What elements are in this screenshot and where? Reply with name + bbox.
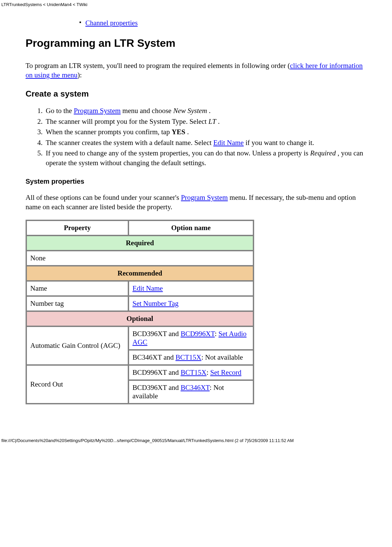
step-text: . (207, 107, 211, 115)
text: : Not available (201, 353, 243, 361)
link-program-system[interactable]: Program System (74, 107, 120, 115)
link-channel-properties[interactable]: Channel properties (85, 19, 138, 27)
cell-option: Set Number Tag (129, 296, 253, 311)
table-header-row: Property Option name (27, 221, 253, 235)
table-row: None (27, 251, 253, 265)
th-option-name: Option name (129, 221, 253, 235)
text: BCD396XT and (132, 330, 181, 338)
link-set-number-tag[interactable]: Set Number Tag (132, 299, 179, 307)
link-edit-name-table[interactable]: Edit Name (132, 284, 163, 292)
toc-sublist: Channel properties (79, 19, 366, 28)
step-text: if you want to change it. (244, 139, 314, 147)
cell-option: BCD996XT and BCT15X: Set Record (129, 365, 253, 380)
text: BCD396XT and (132, 384, 181, 392)
step-5: If you need to change any of the system … (44, 148, 366, 168)
footer-path: file:///C|/Documents%20and%20Settings/PO… (1, 438, 294, 443)
step-2: The scanner will prompt you for the Syst… (44, 117, 366, 126)
cell-property: Number tag (27, 296, 128, 311)
link-bct15x-2[interactable]: BCT15X (181, 368, 206, 376)
steps-list: Go to the Program System menu and choose… (26, 106, 366, 168)
intro-text-pre: To program an LTR system, you'll need to… (26, 62, 290, 70)
heading-create-system: Create a system (26, 89, 366, 99)
section-label: Optional (27, 312, 253, 326)
cell-none: None (27, 251, 253, 265)
text: : (215, 330, 219, 338)
step-text: If you need to change any of the system … (46, 149, 310, 157)
step-text: menu and choose (121, 107, 173, 115)
cell-property: Name (27, 281, 128, 296)
cell-option: BC346XT and BCT15X: Not available (129, 350, 253, 365)
header-path: LTRTrunkedSystems < UnidenMan4 < TWiki (0, 0, 392, 7)
text: BC346XT and (132, 353, 175, 361)
link-set-record[interactable]: Set Record (210, 368, 241, 376)
text: All of these options can be found under … (26, 193, 181, 202)
heading-system-properties: System properties (26, 178, 366, 185)
section-recommended: Recommended (27, 266, 253, 281)
sysprops-intro: All of these options can be found under … (26, 193, 366, 212)
step-text: The scanner creates the system with a de… (46, 139, 213, 147)
table-row: Record Out BCD996XT and BCT15X: Set Reco… (27, 365, 253, 380)
table-row: Name Edit Name (27, 281, 253, 296)
step-text: The scanner will prompt you for the Syst… (46, 117, 208, 125)
step-text-italic: LT (208, 117, 216, 125)
cell-option: Edit Name (129, 281, 253, 296)
step-1: Go to the Program System menu and choose… (44, 106, 366, 116)
cell-property: Record Out (27, 365, 128, 403)
step-text: When the scanner prompts you confirm, ta… (46, 128, 171, 136)
cell-option: BCD396XT and BC346XT: Not available (129, 380, 253, 403)
toc-item-channel-properties: Channel properties (79, 19, 366, 28)
step-text-bold: YES (171, 128, 185, 136)
step-text-italic: New System (173, 107, 207, 115)
step-3: When the scanner prompts you confirm, ta… (44, 127, 366, 137)
step-text: . (185, 128, 189, 136)
step-text: Go to the (46, 107, 74, 115)
cell-option: BCD396XT and BCD996XT: Set Audio AGC (129, 327, 253, 350)
intro-text-post: ): (78, 71, 82, 79)
section-optional: Optional (27, 312, 253, 326)
link-program-system-2[interactable]: Program System (181, 193, 228, 202)
link-bcd996xt[interactable]: BCD996XT (181, 330, 215, 338)
section-label: Required (27, 236, 253, 250)
intro-paragraph: To program an LTR system, you'll need to… (26, 61, 366, 80)
th-property: Property (27, 221, 128, 235)
table-row: Number tag Set Number Tag (27, 296, 253, 311)
table-row: Automatic Gain Control (AGC) BCD396XT an… (27, 327, 253, 350)
step-text: . (216, 117, 220, 125)
text: BCD996XT and (132, 368, 181, 376)
section-required: Required (27, 236, 253, 250)
link-bct15x[interactable]: BCT15X (175, 353, 201, 361)
section-label: Recommended (27, 266, 253, 281)
page-title: Programming an LTR System (26, 37, 366, 49)
text: : (206, 368, 210, 376)
properties-table: Property Option name Required None Recom… (26, 220, 254, 404)
link-bc346xt[interactable]: BC346XT (181, 384, 209, 392)
step-text-italic: Required (310, 149, 336, 157)
cell-property: Automatic Gain Control (AGC) (27, 327, 128, 365)
step-4: The scanner creates the system with a de… (44, 138, 366, 148)
link-edit-name[interactable]: Edit Name (213, 139, 244, 147)
